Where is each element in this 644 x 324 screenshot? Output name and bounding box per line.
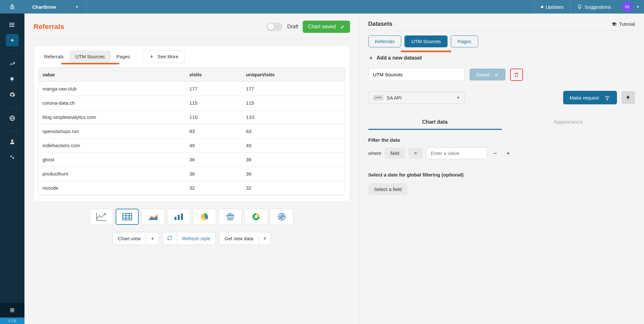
ds-tab-pages[interactable]: Pages [451,35,478,47]
refresh-icon [163,232,177,245]
api-connection-select[interactable]: {API} SA API ▼ [368,91,465,104]
see-more-button[interactable]: See More [143,50,185,63]
chart-tab-pages[interactable]: Pages [111,51,136,62]
viz-radar[interactable] [219,209,242,225]
line-chart-icon [96,212,107,221]
add-dataset-button[interactable]: Add a new dataset [368,55,635,61]
viz-donut[interactable] [244,209,268,225]
plug-icon [9,76,15,82]
table-row: nocode3232 [39,181,345,195]
sidebar-item-public[interactable] [6,112,19,124]
plug-icon [626,95,631,100]
tab-appearance[interactable]: Appearance [502,115,635,130]
remove-filter-button[interactable] [490,148,500,158]
filter-value-input[interactable] [426,147,487,159]
refresh-style-button[interactable]: Refresh style [162,232,216,245]
table-row: corona-data.ch115115 [39,96,345,110]
viz-polar[interactable] [270,209,293,225]
sidebar-item-chart[interactable] [6,58,19,70]
make-request-button[interactable]: Make request [563,91,617,104]
connection-plug-button[interactable] [621,91,635,104]
dot-icon [541,6,543,8]
plus-icon [10,38,15,43]
svg-point-7 [10,26,11,27]
table-row: blog.simpleanalytics.com110110 [39,110,345,124]
ds-tab-referrals[interactable]: Referrals [368,35,402,47]
project-name: Chartbrew [32,4,56,10]
filter-op-chip[interactable]: = [408,148,423,159]
page-title: Referrals [33,23,64,31]
svg-point-13 [11,139,14,142]
chevron-down-icon: ▼ [146,233,159,244]
col-unique: uniqueVisits [242,68,345,82]
viz-table[interactable] [116,209,139,225]
svg-point-15 [13,157,14,159]
area-chart-icon [147,212,158,221]
col-visits: visits [185,68,242,82]
suggestions-button[interactable]: Suggestions [570,0,618,14]
sidebar-item-add[interactable] [6,34,19,46]
lightbulb-icon [577,4,582,9]
viz-bar[interactable] [167,209,190,225]
sidebar-item-list[interactable] [6,19,19,31]
sidebar-item-settings[interactable] [6,89,19,101]
delete-dataset-button[interactable] [510,69,523,81]
viz-area[interactable] [141,209,165,225]
sidebar-item-user[interactable] [6,136,19,148]
svg-point-37 [254,215,258,218]
user-avatar[interactable]: RI [622,2,632,12]
draft-toggle[interactable] [267,23,283,31]
table-row: openstartups.run8383 [39,124,345,138]
svg-point-44 [607,100,608,100]
wifi-icon [604,94,611,101]
svg-point-1 [12,7,13,8]
donut-chart-icon [251,212,261,221]
project-selector[interactable]: Chartbrew ▼ [24,0,87,14]
download-icon [149,54,154,59]
globe-icon [9,115,15,121]
dataset-saved-button[interactable]: Saved [469,69,506,81]
chart-view-dropdown[interactable]: Chart view ▼ [112,232,159,245]
svg-rect-28 [175,217,176,220]
select-date-field-button[interactable]: Select a field [368,183,408,195]
svg-point-5 [10,23,11,24]
ds-tab-utm-sources[interactable]: UTM Sources [404,35,448,47]
graduation-cap-icon [611,22,617,27]
gear-icon [9,91,15,98]
sidebar-item-admin[interactable] [6,151,19,163]
user-icon [9,138,15,145]
chart-tab-referrals[interactable]: Referrals [38,51,70,62]
data-table[interactable]: value visits uniqueVisits manga-raw.club… [38,67,345,195]
filter-field-chip[interactable]: field [384,148,405,159]
chart-saved-button[interactable]: Chart saved [303,21,350,33]
dataset-name-input[interactable] [368,68,465,81]
radar-chart-icon [225,212,236,221]
filter-title: Filter the data [368,137,635,143]
col-value: value [39,68,185,82]
plus-icon [368,55,374,61]
datasets-title: Datasets [368,21,393,27]
get-new-data-button[interactable]: Get new data ⇵ [219,232,271,245]
polar-chart-icon [276,212,287,221]
tutorial-button[interactable]: Tutorial [611,21,635,27]
chart-line-icon [9,61,15,67]
chart-tab-utm-sources[interactable]: UTM Sources [70,51,111,62]
draft-label: Draft [287,24,298,30]
tab-chart-data[interactable]: Chart data [368,115,502,130]
chevron-down-icon: ▼ [457,96,460,100]
svg-point-14 [10,156,12,157]
sidebar-item-connections[interactable] [6,73,19,85]
plus-icon [506,151,511,156]
chevron-down-icon: ▼ [75,5,79,9]
app-logo[interactable] [0,4,24,10]
table-row: manga-raw.club177177 [39,82,345,96]
svg-rect-30 [181,214,183,220]
sidebar-play[interactable] [0,303,24,318]
pie-chart-icon [199,212,210,221]
viz-line[interactable] [90,209,113,225]
minus-icon [493,151,498,156]
add-filter-button[interactable] [503,148,513,158]
viz-pie[interactable] [193,209,216,225]
updates-button[interactable]: Updates [534,0,570,14]
user-menu-caret[interactable]: ▼ [635,5,644,9]
